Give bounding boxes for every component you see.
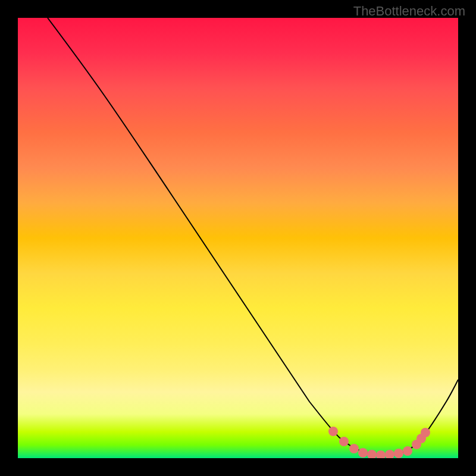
data-point xyxy=(403,446,412,456)
bottleneck-curve xyxy=(48,18,458,455)
data-point xyxy=(349,444,359,453)
data-point xyxy=(376,450,386,458)
data-point xyxy=(367,450,377,458)
data-point xyxy=(394,449,403,458)
data-point xyxy=(358,448,368,458)
data-point xyxy=(328,427,338,436)
data-point xyxy=(339,437,349,446)
watermark-text: TheBottleneck.com xyxy=(353,4,465,19)
data-point xyxy=(421,428,430,437)
chart-overlay xyxy=(18,18,458,458)
data-point xyxy=(385,450,394,458)
